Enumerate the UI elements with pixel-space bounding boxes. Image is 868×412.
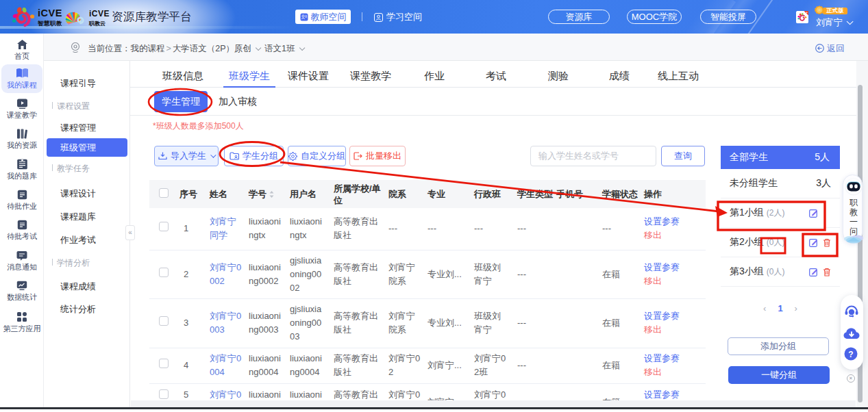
svg-text:?: ?: [848, 350, 853, 359]
